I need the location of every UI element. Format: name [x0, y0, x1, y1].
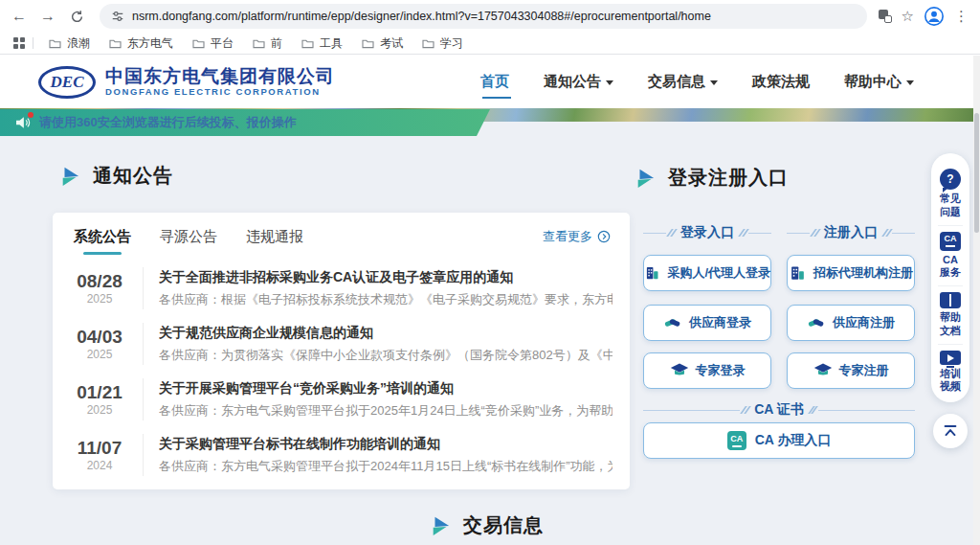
- apps-grid-icon[interactable]: [13, 37, 25, 49]
- news-item[interactable]: 08/28 2025 关于全面推进非招标采购业务CA认证及电子签章应用的通知 各…: [53, 261, 630, 316]
- news-item[interactable]: 04/03 2025 关于规范供应商企业规模信息的通知 各供应商：为贯彻落实《保…: [53, 316, 630, 372]
- url-text: nsrm.dongfang.com/platform/runtime/epp/d…: [132, 10, 711, 23]
- news-date: 04/03 2025: [66, 327, 133, 362]
- news-date: 01/21 2025: [66, 382, 133, 418]
- news-list: 08/28 2025 关于全面推进非招标采购业务CA认证及电子签章应用的通知 各…: [53, 255, 630, 483]
- bidding-agency-register-button[interactable]: 招标代理机构注册: [787, 255, 915, 291]
- news-title: 关于规范供应商企业规模信息的通知: [159, 323, 612, 343]
- nav-item-trade-info[interactable]: 交易信息: [648, 56, 718, 108]
- notice-text: 请使用360安全浏览器进行后续投标、报价操作: [39, 114, 297, 131]
- book-icon: [940, 292, 961, 308]
- news-summary: 各供应商：根据《电子招标投标系统技术规范》《电子采购交易规范》要求，东方电气采购…: [159, 290, 612, 309]
- ca-group-label: CA 证书: [643, 401, 915, 419]
- ca-apply-button[interactable]: CA CA 办理入口: [643, 422, 915, 459]
- training-videos-shortcut[interactable]: 培训视频: [938, 344, 963, 400]
- divider: [143, 434, 144, 476]
- tab-violation-reports[interactable]: 违规通报: [246, 228, 303, 255]
- folder-icon: [253, 38, 265, 49]
- news-title: 关于全面推进非招标采购业务CA认证及电子签章应用的通知: [159, 267, 612, 287]
- news-item[interactable]: 01/21 2025 关于开展采购管理平台“竞价采购业务”培训的通知 各供应商：…: [53, 372, 630, 427]
- speaker-icon: [15, 116, 31, 129]
- side-toolbar: ? 常见问题 CA CA服务 帮助文档 培训视频: [931, 153, 969, 402]
- announcements-heading: 通知公告: [59, 163, 173, 189]
- faq-shortcut[interactable]: ? 常见问题: [938, 163, 963, 225]
- site-header: DEC 中国东方电气集团有限公司 DONGFANG ELECTRIC CORPO…: [0, 56, 973, 108]
- graduation-cap-icon: [670, 361, 689, 380]
- building-icon: [789, 264, 807, 283]
- ca-service-shortcut[interactable]: CA CA服务: [938, 225, 963, 286]
- divider: [143, 378, 144, 420]
- nav-item-help-center[interactable]: 帮助中心: [844, 56, 914, 108]
- company-name-en: DONGFANG ELECTRIC CORPORATION: [105, 87, 335, 98]
- profile-avatar-icon[interactable]: [924, 6, 945, 27]
- bookmarks-bar: 浪潮 东方电气 平台 前 工具 考试 学习: [0, 33, 980, 55]
- scrollbar-thumb[interactable]: [974, 113, 979, 233]
- divider: [143, 267, 144, 309]
- help-docs-shortcut[interactable]: 帮助文档: [938, 285, 963, 344]
- news-date: 11/07 2024: [66, 438, 133, 473]
- section-title: 通知公告: [93, 163, 173, 189]
- folder-icon: [422, 38, 434, 49]
- expert-register-button[interactable]: 专家注册: [787, 352, 915, 389]
- news-date: 08/28 2025: [66, 271, 133, 307]
- menu-dots-icon[interactable]: ⋮: [954, 8, 969, 25]
- tab-sourcing-notices[interactable]: 寻源公告: [160, 228, 217, 255]
- bookmark-folder[interactable]: 学习: [412, 34, 473, 53]
- bookmark-folder[interactable]: 东方电气: [100, 34, 183, 53]
- folder-icon: [49, 38, 61, 49]
- news-title: 关于开展采购管理平台“竞价采购业务”培训的通知: [159, 378, 612, 398]
- announcements-card: 系统公告 寻源公告 违规通报 查看更多 08/28 2025 关于全面推进非招标…: [53, 213, 630, 489]
- folder-icon: [192, 38, 205, 49]
- question-bubble-icon: ?: [940, 169, 961, 190]
- folder-icon: [362, 38, 374, 49]
- section-title: 登录注册入口: [668, 165, 789, 191]
- chevron-down-icon: [906, 80, 914, 85]
- bookmark-folder[interactable]: 平台: [183, 34, 243, 53]
- divider: [33, 37, 33, 49]
- bookmark-star-icon[interactable]: ☆: [902, 8, 914, 25]
- chevron-down-icon: [606, 80, 613, 85]
- bookmark-folder[interactable]: 浪潮: [39, 34, 100, 53]
- back-to-top-button[interactable]: [933, 414, 968, 448]
- view-more-link[interactable]: 查看更多: [543, 228, 611, 255]
- expert-login-button[interactable]: 专家登录: [643, 352, 771, 389]
- news-summary: 各供应商：为贯彻落实《保障中小企业款项支付条例》（国务院令第802号）及《中小企…: [159, 346, 612, 365]
- trade-info-heading: 交易信息: [0, 512, 973, 538]
- translate-icon[interactable]: [879, 10, 892, 23]
- section-title: 交易信息: [463, 512, 544, 538]
- news-summary: 各供应商：东方电气采购管理平台拟于2024年11月15日上线“标书在线制作”功能…: [159, 457, 612, 476]
- arrow-accent-icon: [59, 166, 80, 187]
- nav-item-home[interactable]: 首页: [480, 56, 509, 108]
- forward-icon[interactable]: →: [36, 5, 59, 28]
- arrow-accent-icon: [430, 515, 451, 536]
- tab-system-notices[interactable]: 系统公告: [74, 228, 131, 255]
- notification-dot: [28, 112, 33, 118]
- supplier-login-button[interactable]: 供应商登录: [643, 305, 771, 341]
- bookmark-folder[interactable]: 工具: [292, 34, 352, 53]
- login-group-label: 登录入口: [643, 224, 771, 241]
- announcement-tabs: 系统公告 寻源公告 违规通报 查看更多: [53, 213, 630, 255]
- arrow-accent-icon: [635, 168, 656, 189]
- reload-icon[interactable]: [65, 5, 88, 28]
- back-icon[interactable]: ←: [8, 5, 31, 28]
- bookmark-folder[interactable]: 前: [243, 34, 292, 53]
- nav-item-policies[interactable]: 政策法规: [752, 56, 810, 108]
- chevron-up-bar-icon: [942, 422, 959, 440]
- bookmark-folder[interactable]: 考试: [352, 34, 412, 53]
- company-logo[interactable]: DEC 中国东方电气集团有限公司 DONGFANG ELECTRIC CORPO…: [38, 66, 335, 99]
- login-register-heading: 登录注册入口: [635, 165, 789, 191]
- folder-icon: [109, 38, 122, 49]
- address-bar[interactable]: nsrm.dongfang.com/platform/runtime/epp/d…: [100, 4, 867, 29]
- news-item[interactable]: 11/07 2024 关于采购管理平台标书在线制作功能培训的通知 各供应商：东方…: [53, 427, 630, 483]
- graduation-cap-icon: [813, 361, 833, 380]
- page-scrollbar[interactable]: [973, 56, 980, 545]
- browser-toolbar: ← → nsrm.dongfang.com/platform/runtime/e…: [0, 0, 980, 33]
- nav-item-notices[interactable]: 通知公告: [544, 56, 613, 108]
- ca-icon: CA: [940, 232, 961, 251]
- ca-icon: CA: [727, 431, 746, 450]
- chevron-down-icon: [710, 80, 718, 85]
- company-name-cn: 中国东方电气集团有限公司: [105, 66, 335, 87]
- supplier-register-button[interactable]: 供应商注册: [787, 305, 915, 341]
- site-info-icon[interactable]: [111, 10, 124, 23]
- buyer-agent-login-button[interactable]: 采购人/代理人登录: [643, 255, 771, 291]
